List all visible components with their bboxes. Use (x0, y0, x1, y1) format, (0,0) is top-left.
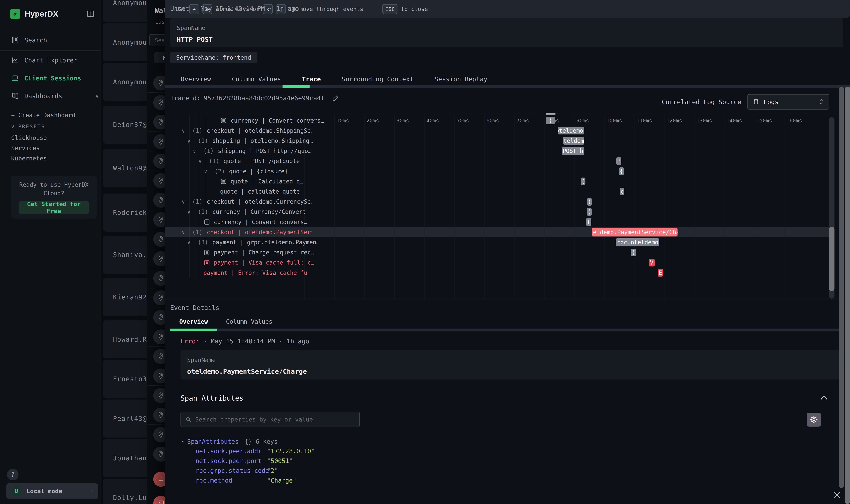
span-bar[interactable]: grpc.oteldemo. (616, 238, 659, 246)
gear-icon[interactable] (807, 413, 821, 427)
sidebar-item-search[interactable]: Search (0, 33, 101, 48)
session-card[interactable]: Roderick_S (103, 194, 147, 232)
session-event-row[interactable] (147, 151, 165, 170)
attribute-row[interactable]: net.sock.peer.addr"172.28.0.10" (196, 448, 315, 455)
session-search-fragment[interactable]: Sea (149, 34, 165, 47)
session-card[interactable]: Dolly.Lubo (103, 479, 147, 504)
attribute-row[interactable]: rpc.method"Charge" (196, 477, 296, 484)
span-bar[interactable]: POST h (562, 147, 584, 155)
span-bar[interactable]: c (620, 188, 624, 195)
session-event-row[interactable] (147, 268, 165, 288)
trace-tree-row[interactable]: ∨(1)quote | POST /getquote (198, 156, 300, 166)
session-event-row[interactable] (147, 288, 165, 307)
session-event-row[interactable] (147, 92, 165, 112)
trace-tree-row[interactable]: currency | Convert convers… (193, 217, 307, 227)
chevron-down-icon[interactable]: ∨ (198, 158, 204, 164)
span-bar[interactable]: P (616, 157, 621, 165)
presets-header[interactable]: ∨ PRESETS (11, 124, 45, 130)
session-event-row[interactable] (147, 112, 165, 131)
trace-tree-row[interactable]: payment | Error: Visa cache ful… (193, 268, 308, 278)
span-bar[interactable]: ( (586, 218, 591, 226)
trace-tree-row[interactable]: ∨(1)shipping | oteldemo.Shipping… (187, 136, 313, 146)
span-bar[interactable]: oteldemo.PaymentService/Char (592, 228, 677, 236)
trace-tree-row[interactable]: ∨(3)payment | grpc.oteldemo.Paymen… (187, 237, 317, 247)
session-event-row[interactable] (147, 469, 165, 489)
session-card[interactable]: Kieran92@h (103, 278, 147, 316)
session-card[interactable]: Anonymous (103, 63, 147, 101)
session-card[interactable]: Deion37@gm (103, 106, 147, 144)
sidebar-collapse-icon[interactable] (86, 9, 95, 18)
span-bar[interactable]: oteldemo. (558, 127, 584, 134)
span-bar[interactable]: ( (587, 198, 592, 205)
tab-overview[interactable]: Overview (170, 73, 221, 85)
span-bar[interactable]: V (649, 259, 655, 267)
sidebar-item-dashboards[interactable]: Dashboards∧ (0, 88, 101, 104)
local-mode-button[interactable]: U Local mode › (6, 483, 98, 499)
preset-clickhouse[interactable]: Clickhouse (11, 134, 47, 141)
log-source-select[interactable]: Logs (747, 94, 829, 109)
tab-surrounding-context[interactable]: Surrounding Context (331, 73, 424, 85)
session-event-row[interactable] (147, 190, 165, 210)
trace-tree-row[interactable]: quote | Calculated q… (210, 176, 303, 186)
session-event-row[interactable] (147, 405, 165, 425)
session-event-row[interactable] (147, 493, 165, 504)
trace-tree-row[interactable]: ∨(1)checkout | oteldemo.CurrencySe… (182, 197, 311, 207)
collapse-section-icon[interactable] (819, 393, 829, 402)
session-event-row[interactable] (147, 346, 165, 366)
trace-tree-row[interactable]: ∨(1)shipping | POST http://quo… (193, 146, 311, 156)
sidebar-item-chart-explorer[interactable]: Chart Explorer (0, 53, 101, 68)
chevron-down-icon[interactable]: ∨ (182, 199, 188, 205)
trace-tree-row[interactable]: payment | Charge request rec… (193, 248, 314, 257)
session-event-row[interactable] (147, 73, 165, 92)
timeline-mini-scrollbar[interactable] (546, 113, 556, 114)
trace-tree-row[interactable]: ∨(1)currency | Currency/Convert (187, 207, 306, 217)
event-tab-column-values[interactable]: Column Values (217, 316, 282, 327)
span-bar[interactable]: E (658, 269, 663, 276)
session-card[interactable]: Shaniya.Sc (103, 236, 147, 274)
help-button[interactable]: ? (7, 469, 18, 480)
session-event-row[interactable] (147, 249, 165, 268)
attribute-row[interactable]: net.sock.peer.port"50051" (196, 457, 293, 464)
trace-tree-row[interactable]: ∨(1)checkout | oteldemo.ShippingSe… (182, 126, 311, 136)
chevron-down-icon[interactable]: ∨ (204, 168, 210, 174)
chevron-down-icon[interactable]: ∨ (187, 138, 193, 144)
close-icon[interactable] (833, 490, 842, 500)
chevron-down-icon[interactable]: ∨ (182, 128, 188, 134)
span-bar[interactable]: ( (546, 117, 555, 124)
event-tab-overview[interactable]: Overview (170, 316, 217, 327)
session-event-row[interactable] (147, 327, 165, 346)
span-bar[interactable]: { (619, 167, 624, 175)
chevron-down-icon[interactable]: ∨ (187, 239, 193, 245)
trace-tree-row[interactable]: currency | Convert convers… (210, 115, 324, 126)
page-scrollbar-thumb[interactable] (845, 87, 850, 504)
waterfall-scrollbar-thumb[interactable] (829, 227, 834, 291)
trace-tree-row[interactable]: ∨(2)quote | {closure} (204, 166, 288, 176)
session-card[interactable]: Walton9@ho (103, 149, 147, 187)
chevron-up-icon[interactable]: ∧ (95, 93, 98, 99)
session-event-row[interactable] (147, 229, 165, 249)
trace-tree-row[interactable]: ∨(1)checkout | oteldemo.PaymentServi… (182, 227, 311, 237)
session-event-row[interactable] (147, 131, 165, 151)
service-chip[interactable]: ServiceName: frontend (170, 52, 257, 63)
session-event-row[interactable] (147, 425, 165, 444)
span-bar[interactable]: ( (631, 249, 636, 256)
span-bar[interactable]: ( (581, 178, 585, 185)
session-card[interactable]: Jonathan.B (103, 439, 147, 477)
session-card[interactable]: Anonymous (103, 23, 147, 61)
session-card[interactable]: Anonymous (103, 0, 147, 22)
tab-column-values[interactable]: Column Values (221, 73, 291, 85)
chevron-down-icon[interactable]: ∨ (187, 209, 193, 215)
session-event-row[interactable] (147, 210, 165, 229)
chevron-down-icon[interactable]: ∨ (182, 229, 188, 235)
session-event-row[interactable] (147, 385, 165, 405)
session-event-row[interactable] (147, 170, 165, 190)
session-event-row[interactable] (147, 366, 165, 385)
session-event-row[interactable] (147, 307, 165, 327)
session-card[interactable]: Pearl43@ho (103, 399, 147, 437)
preset-kubernetes[interactable]: Kubernetes (11, 155, 47, 162)
session-filter-chip-fragment[interactable]: H (154, 52, 165, 63)
tab-trace[interactable]: Trace (291, 73, 331, 85)
session-card[interactable]: Ernesto33@ (103, 360, 147, 398)
create-dashboard-button[interactable]: + Create Dashboard (11, 112, 75, 119)
attributes-root-node[interactable]: ▾ SpanAttributes {} 6 keys (182, 438, 278, 445)
